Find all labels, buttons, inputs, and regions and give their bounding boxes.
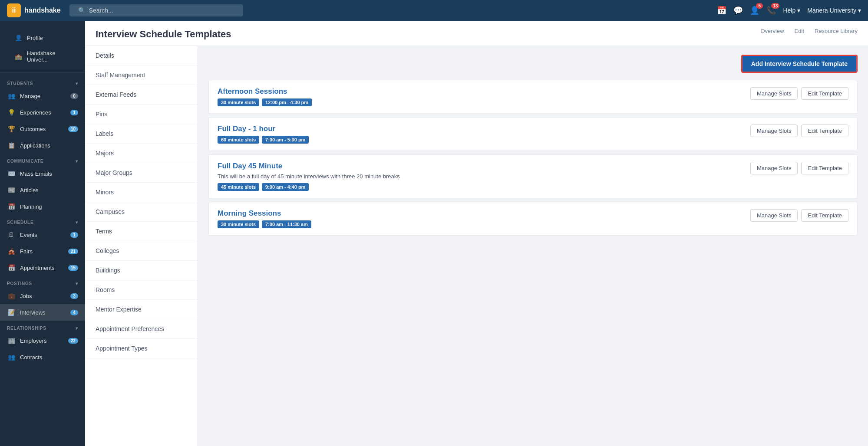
page-header-top: Interview Schedule Templates Overview Ed… — [96, 28, 858, 40]
sidebar-item-university[interactable]: 🏫 Handshake Univer... — [7, 46, 78, 67]
chevron-down-icon-2: ▾ — [76, 159, 78, 164]
menu-item-buildings[interactable]: Buildings — [85, 261, 198, 280]
logo-text: handshake — [24, 7, 61, 14]
fairs-icon: 🎪 — [7, 247, 16, 256]
sidebar-item-articles[interactable]: 📰 Articles — [0, 182, 85, 198]
calendar-icon: 📅 — [717, 6, 726, 15]
profile-icon: 👤 — [14, 33, 23, 42]
template-title[interactable]: Morning Sessions — [218, 209, 742, 218]
contacts-icon: 👥 — [7, 353, 16, 361]
sidebar-user-section: 👤 Profile 🏫 Handshake Univer... — [0, 24, 85, 72]
menu-item-mentor-expertise[interactable]: Mentor Expertise — [85, 300, 198, 319]
menu-item-major-groups[interactable]: Major Groups — [85, 163, 198, 183]
template-title[interactable]: Full Day 45 Minute — [218, 162, 742, 171]
sidebar-item-applications[interactable]: 📋 Applications — [0, 137, 85, 154]
logo-icon: ii — [7, 3, 21, 17]
chat-icon: 💬 — [733, 6, 743, 15]
menu-item-majors[interactable]: Majors — [85, 144, 198, 163]
messages-icon-btn[interactable]: 💬 — [733, 6, 743, 15]
phone-icon-btn[interactable]: 📞 13 — [766, 6, 776, 15]
template-tags: 60 minute slots7:00 am - 5:00 pm — [218, 136, 742, 144]
sidebar-item-fairs[interactable]: 🎪 Fairs 21 — [0, 243, 85, 259]
menu-item-external-feeds[interactable]: External Feeds — [85, 85, 198, 105]
people-icon-btn[interactable]: 👤 5 — [750, 6, 759, 15]
manage-slots-button[interactable]: Manage Slots — [750, 125, 798, 137]
menu-item-staff-management[interactable]: Staff Management — [85, 66, 198, 85]
template-tag: 60 minute slots — [218, 136, 259, 144]
interviews-icon: 📝 — [7, 308, 16, 317]
template-card: Full Day 45 MinuteThis will be a full da… — [208, 154, 858, 198]
template-tags: 30 minute slots7:00 am - 11:30 am — [218, 220, 742, 228]
menu-item-colleges[interactable]: Colleges — [85, 241, 198, 261]
template-card-actions: Manage SlotsEdit Template — [750, 87, 848, 100]
edit-template-button[interactable]: Edit Template — [801, 209, 848, 222]
sidebar-item-planning[interactable]: 📅 Planning — [0, 198, 85, 215]
edit-template-button[interactable]: Edit Template — [801, 125, 848, 137]
articles-icon: 📰 — [7, 186, 16, 194]
university-label: Handshake Univer... — [27, 50, 71, 63]
templates-content: Add Interview Schedule Template Afternoo… — [198, 46, 868, 446]
menu-item-campuses[interactable]: Campuses — [85, 202, 198, 222]
outcomes-icon: 🏆 — [7, 125, 16, 133]
manage-slots-button[interactable]: Manage Slots — [750, 87, 798, 100]
sidebar-item-employers[interactable]: 🏢 Employers 22 — [0, 332, 85, 349]
sidebar-item-events[interactable]: 🗓 Events 1 — [0, 226, 85, 243]
chevron-down-icon-4: ▾ — [76, 281, 78, 286]
nav-item-overview[interactable]: Overview — [760, 28, 784, 40]
menu-item-rooms[interactable]: Rooms — [85, 280, 198, 300]
sidebar-item-mass-emails[interactable]: ✉️ Mass Emails — [0, 165, 85, 182]
menu-item-labels[interactable]: Labels — [85, 124, 198, 144]
sidebar-item-outcomes[interactable]: 🏆 Outcomes 10 — [0, 121, 85, 137]
section-header-students: STUDENTS ▾ — [0, 76, 85, 88]
menu-item-pins[interactable]: Pins — [85, 105, 198, 124]
university-chevron-icon: ▾ — [858, 7, 861, 14]
profile-label: Profile — [27, 35, 71, 41]
add-interview-schedule-template-button[interactable]: Add Interview Schedule Template — [741, 55, 858, 73]
sidebar-item-appointments[interactable]: 📅 Appointments 15 — [0, 259, 85, 276]
content-area: Interview Schedule Templates Overview Ed… — [85, 21, 868, 446]
edit-template-button[interactable]: Edit Template — [801, 162, 848, 174]
top-navigation: ii handshake 🔍 Search... 📅 💬 👤 5 📞 13 He… — [0, 0, 868, 21]
help-chevron-icon: ▾ — [797, 7, 800, 14]
sidebar-item-experiences[interactable]: 💡 Experiences 1 — [0, 104, 85, 121]
template-tags: 30 minute slots12:00 pm - 4:30 pm — [218, 98, 742, 106]
template-card-info: Full Day - 1 hour60 minute slots7:00 am … — [218, 125, 742, 144]
menu-item-terms[interactable]: Terms — [85, 222, 198, 241]
section-header-communicate: COMMUNICATE ▾ — [0, 154, 85, 165]
page-header: Interview Schedule Templates Overview Ed… — [85, 21, 868, 46]
phone-badge: 13 — [771, 3, 779, 9]
logo[interactable]: ii handshake — [7, 3, 61, 17]
template-tag: 12:00 pm - 4:30 pm — [262, 98, 312, 106]
add-button-row: Add Interview Schedule Template — [208, 55, 858, 73]
template-title[interactable]: Full Day - 1 hour — [218, 125, 742, 133]
help-menu[interactable]: Help ▾ — [783, 7, 800, 14]
nav-item-resource-library[interactable]: Resource Library — [815, 28, 858, 40]
page-title: Interview Schedule Templates — [96, 29, 231, 40]
menu-item-appointment-types[interactable]: Appointment Types — [85, 339, 198, 358]
manage-slots-button[interactable]: Manage Slots — [750, 162, 798, 174]
template-card-info: Afternoon Sessions30 minute slots12:00 p… — [218, 87, 742, 106]
sidebar-item-jobs[interactable]: 💼 Jobs 3 — [0, 288, 85, 304]
edit-template-button[interactable]: Edit Template — [801, 87, 848, 100]
section-header-relationships: RELATIONSHIPS ▾ — [0, 321, 85, 332]
page-body: Details Staff Management External Feeds … — [85, 46, 868, 446]
top-nav-right: 📅 💬 👤 5 📞 13 Help ▾ Manera University ▾ — [717, 6, 861, 15]
university-menu[interactable]: Manera University ▾ — [807, 7, 861, 14]
manage-slots-button[interactable]: Manage Slots — [750, 209, 798, 222]
sidebar: 👤 Profile 🏫 Handshake Univer... STUDENTS… — [0, 21, 85, 446]
template-card-actions: Manage SlotsEdit Template — [750, 162, 848, 174]
people-badge: 5 — [756, 3, 763, 9]
main-layout: 👤 Profile 🏫 Handshake Univer... STUDENTS… — [0, 21, 868, 446]
menu-item-appointment-preferences[interactable]: Appointment Preferences — [85, 319, 198, 339]
sidebar-item-manage[interactable]: 👥 Manage 0 — [0, 88, 85, 104]
sidebar-item-contacts[interactable]: 👥 Contacts — [0, 349, 85, 365]
menu-item-minors[interactable]: Minors — [85, 183, 198, 202]
sidebar-item-profile[interactable]: 👤 Profile — [7, 30, 78, 46]
nav-item-edit[interactable]: Edit — [795, 28, 804, 40]
sidebar-item-interviews[interactable]: 📝 Interviews 4 — [0, 304, 85, 321]
menu-item-details[interactable]: Details — [85, 46, 198, 66]
calendar-icon-btn[interactable]: 📅 — [717, 6, 726, 15]
template-card-actions: Manage SlotsEdit Template — [750, 125, 848, 137]
search-bar[interactable]: 🔍 Search... — [69, 4, 243, 16]
template-title[interactable]: Afternoon Sessions — [218, 87, 742, 96]
